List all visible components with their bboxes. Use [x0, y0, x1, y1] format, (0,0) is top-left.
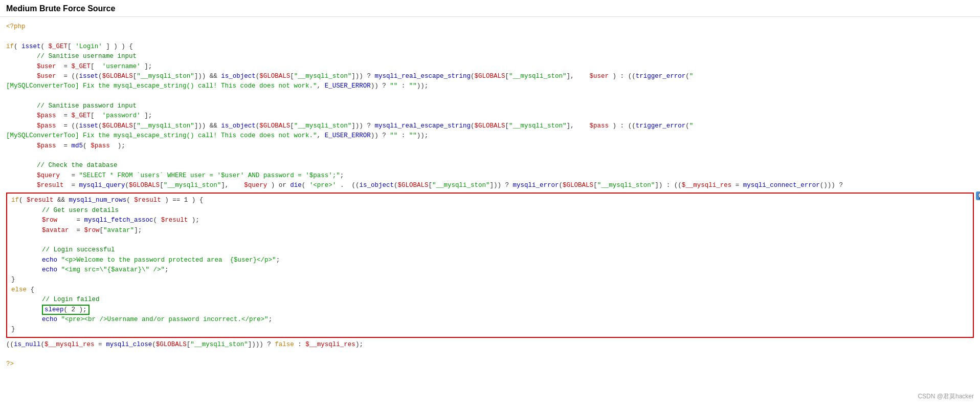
- page-title: Medium Brute Force Source: [0, 0, 980, 17]
- code-block: <?php if( isset( $_GET[ 'Login' ] ) ) { …: [6, 22, 974, 190]
- highlighted-block: 💬 if( $result && mysqli_num_rows( $resul…: [6, 193, 974, 337]
- code-container: <?php if( isset( $_GET[ 'Login' ] ) ) { …: [0, 17, 980, 375]
- highlighted-code: if( $result && mysqli_num_rows( $result …: [11, 196, 969, 334]
- chat-bubble-icon: 💬: [976, 191, 980, 200]
- code-block-end: ((is_null($__mysqli_res = mysqli_close($…: [6, 340, 974, 370]
